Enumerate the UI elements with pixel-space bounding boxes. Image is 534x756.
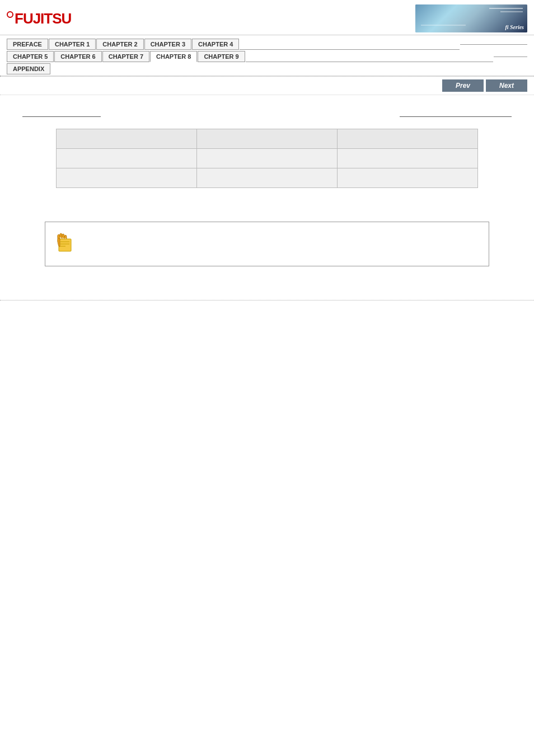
table-cell <box>57 129 197 149</box>
nav-tab-chapter5[interactable]: CHAPTER 5 <box>7 51 54 62</box>
logo: FUJITSU <box>7 10 71 27</box>
table-cell <box>338 168 478 188</box>
nav-row-3: APPENDIX <box>7 63 527 74</box>
separator-bottom <box>0 300 534 300</box>
nav-spacer-1 <box>240 49 460 50</box>
next-button[interactable]: Next <box>486 79 527 92</box>
note-section <box>22 222 512 266</box>
nav-tab-appendix[interactable]: APPENDIX <box>7 63 50 74</box>
logo-text: FUJITSU <box>15 10 71 27</box>
main-content <box>0 95 534 278</box>
nav-tab-preface[interactable]: PREFACE <box>7 39 48 50</box>
nav-row-2: CHAPTER 5 CHAPTER 6 CHAPTER 7 CHAPTER 8 … <box>7 51 527 62</box>
top-links-row <box>22 112 512 120</box>
spacer <box>22 199 512 210</box>
note-content-text <box>85 228 481 238</box>
table-cell <box>338 129 478 149</box>
content-table <box>56 129 478 188</box>
note-svg-icon <box>53 229 78 253</box>
nav-tab-chapter7[interactable]: CHAPTER 7 <box>102 51 149 62</box>
note-box <box>45 222 489 266</box>
nav-tab-chapter6[interactable]: CHAPTER 6 <box>54 51 101 62</box>
nav-spacer-2 <box>246 62 493 62</box>
table-cell <box>338 149 478 168</box>
table-cell <box>197 129 338 149</box>
nav-tab-chapter4[interactable]: CHAPTER 4 <box>192 39 239 50</box>
nav-tab-chapter3[interactable]: CHAPTER 3 <box>144 39 191 50</box>
nav-line-2 <box>494 57 527 57</box>
note-icon <box>53 229 78 257</box>
svg-rect-0 <box>59 239 71 251</box>
nav-tab-chapter8[interactable]: CHAPTER 8 <box>150 51 197 62</box>
logo-circle <box>7 11 13 18</box>
nav-tab-chapter1[interactable]: CHAPTER 1 <box>49 39 96 50</box>
link-right-text[interactable] <box>400 112 512 119</box>
table-cell <box>197 168 338 188</box>
prevnext-bar: Prev Next <box>0 77 534 95</box>
nav-line-1 <box>460 44 527 45</box>
navigation-area: PREFACE CHAPTER 1 CHAPTER 2 CHAPTER 3 CH… <box>0 35 534 76</box>
nav-row-1: PREFACE CHAPTER 1 CHAPTER 2 CHAPTER 3 CH… <box>7 39 527 50</box>
table-cell <box>57 149 197 168</box>
top-link-right[interactable] <box>400 112 512 120</box>
table-row <box>57 149 478 168</box>
table-row <box>57 168 478 188</box>
table-cell <box>197 149 338 168</box>
fi-series-label: fi Series <box>505 24 524 30</box>
table-cell <box>57 168 197 188</box>
table-row <box>57 129 478 149</box>
link-left-text[interactable] <box>22 112 101 119</box>
nav-tab-chapter9[interactable]: CHAPTER 9 <box>198 51 245 62</box>
header: FUJITSU fi Series <box>0 0 534 35</box>
top-link-left[interactable] <box>22 112 101 120</box>
nav-tab-chapter2[interactable]: CHAPTER 2 <box>96 39 143 50</box>
header-banner: fi Series <box>415 4 527 32</box>
prev-button[interactable]: Prev <box>442 79 484 92</box>
